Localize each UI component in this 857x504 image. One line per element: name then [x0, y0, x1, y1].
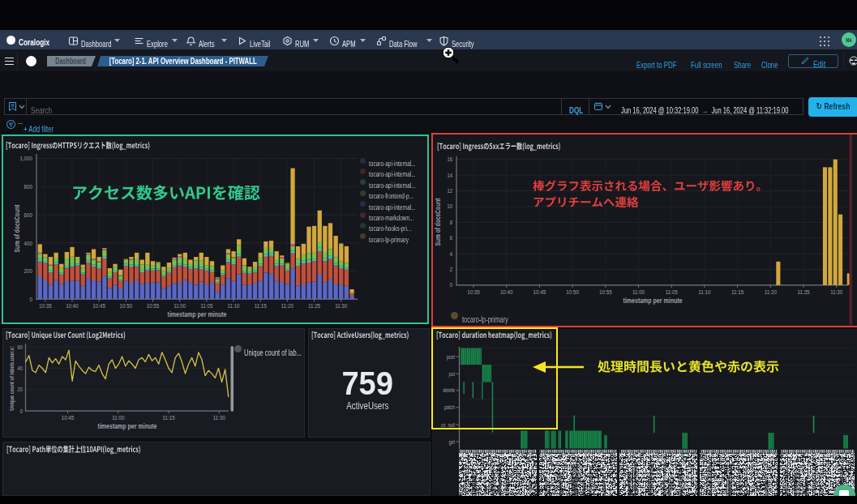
svg-text:get: get — [448, 438, 455, 446]
